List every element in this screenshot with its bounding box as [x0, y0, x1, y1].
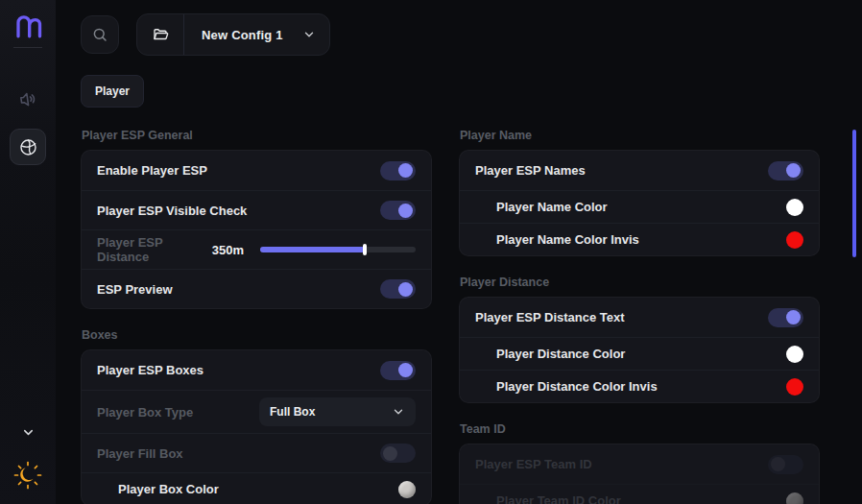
settings-card: Player ESP NamesPlayer Name ColorPlayer … [459, 150, 820, 256]
dropdown-player-box-type[interactable]: Full Box [259, 397, 416, 426]
section-boxes: BoxesPlayer ESP BoxesPlayer Box TypeFull… [81, 328, 432, 504]
setting-row-player-name-color: Player Name Color [460, 190, 819, 223]
dropdown-value: Full Box [270, 405, 315, 419]
row-label: Player ESP Distance Text [475, 310, 625, 324]
setting-row-player-esp-visible-check: Player ESP Visible Check [82, 190, 431, 229]
setting-row-player-esp-names: Player ESP Names [460, 151, 819, 190]
toggle-knob [786, 163, 801, 178]
section-player-esp-general: Player ESP GeneralEnable Player ESPPlaye… [81, 129, 432, 309]
color-swatch-player-name-color-invis[interactable] [786, 231, 803, 249]
settings-column-right: Player NamePlayer ESP NamesPlayer Name C… [459, 129, 820, 504]
color-swatch-player-name-color[interactable] [786, 199, 803, 216]
search-button[interactable] [81, 15, 119, 54]
toggle-knob [383, 446, 397, 461]
setting-row-esp-preview: ESP Preview [82, 269, 431, 308]
toggle-knob [398, 163, 413, 178]
slider-track[interactable] [260, 247, 416, 252]
toggle-player-esp-names[interactable] [768, 161, 803, 180]
toggle-knob [771, 457, 785, 471]
settings-card: Player ESP Team IDPlayer Team ID Color [459, 444, 820, 504]
color-swatch-player-distance-color-invis[interactable] [786, 378, 803, 396]
section-title: Player Name [460, 129, 820, 142]
row-label: Enable Player ESP [97, 163, 207, 178]
row-label: Player ESP Team ID [475, 457, 592, 471]
search-icon [91, 26, 108, 43]
toggle-knob [398, 282, 413, 297]
chevron-down-icon [392, 405, 405, 419]
setting-row-player-esp-distance: Player ESP Distance350m [82, 229, 431, 269]
topbar: New Config 1 [81, 13, 820, 56]
setting-row-player-distance-color: Player Distance Color [460, 337, 819, 370]
setting-row-player-fill-box: Player Fill Box [82, 433, 431, 472]
chevron-down-icon [302, 28, 329, 41]
row-label: Player ESP Boxes [97, 363, 204, 377]
setting-row-player-esp-boxes: Player ESP Boxes [82, 350, 431, 390]
section-title: Player Distance [460, 276, 820, 289]
setting-row-player-name-color-invis: Player Name Color Invis [460, 223, 819, 255]
section-team-id: Team IDPlayer ESP Team IDPlayer Team ID … [459, 422, 820, 504]
row-label: Player Box Type [97, 405, 193, 420]
setting-row-player-box-color: Player Box Color [82, 472, 431, 504]
speaker-icon[interactable] [16, 87, 40, 111]
setting-row-player-esp-team-id: Player ESP Team ID [460, 444, 819, 484]
row-label: ESP Preview [97, 282, 173, 297]
setting-row-player-esp-distance-text: Player ESP Distance Text [460, 298, 819, 337]
setting-row-player-box-type: Player Box TypeFull Box [82, 390, 431, 433]
settings-card: Enable Player ESPPlayer ESP Visible Chec… [81, 150, 432, 309]
row-label: Player ESP Visible Check [97, 204, 247, 218]
row-label: Player ESP Names [475, 163, 586, 178]
row-label: Player Box Color [97, 482, 219, 496]
settings-column-left: Player ESP GeneralEnable Player ESPPlaye… [81, 129, 432, 504]
color-swatch-player-team-id-color[interactable] [786, 492, 803, 504]
color-swatch-player-distance-color[interactable] [786, 346, 803, 363]
section-title: Player ESP General [82, 129, 432, 142]
toggle-knob [398, 363, 413, 377]
sidebar [0, 0, 56, 504]
row-label: Player Distance Color [475, 347, 625, 361]
setting-row-player-distance-color-invis: Player Distance Color Invis [460, 370, 819, 402]
folder-open-icon [137, 14, 184, 55]
row-label: Player Name Color Invis [475, 232, 639, 247]
toggle-player-esp-team-id[interactable] [768, 455, 803, 474]
moon-sun-icon[interactable] [12, 460, 43, 491]
toggle-player-esp-boxes[interactable] [380, 361, 416, 380]
toggle-player-esp-visible-check[interactable] [380, 201, 416, 220]
app-logo-icon [13, 12, 42, 40]
config-selector[interactable]: New Config 1 [136, 13, 330, 56]
slider-thumb[interactable] [363, 244, 367, 255]
section-player-distance: Player DistancePlayer ESP Distance TextP… [459, 276, 820, 403]
toggle-enable-player-esp[interactable] [380, 161, 416, 180]
scrollbar-thumb[interactable] [852, 130, 856, 257]
toggle-knob [398, 204, 413, 218]
color-swatch-player-box-color[interactable] [398, 481, 416, 498]
config-name: New Config 1 [184, 28, 302, 42]
tab-player[interactable]: Player [81, 75, 144, 108]
toggle-player-fill-box[interactable] [380, 444, 416, 463]
row-label: Player Distance Color Invis [475, 379, 658, 394]
main-content: New Config 1 Player Player ESP GeneralEn… [56, 0, 862, 504]
sidebar-divider [13, 47, 42, 48]
settings-card: Player ESP Distance TextPlayer Distance … [459, 297, 820, 403]
settings-card: Player ESP BoxesPlayer Box TypeFull BoxP… [81, 349, 432, 504]
section-player-name: Player NamePlayer ESP NamesPlayer Name C… [459, 129, 820, 256]
chevron-down-icon[interactable] [17, 421, 38, 443]
slider-player-esp-distance: 350m [212, 243, 416, 257]
setting-row-enable-player-esp: Enable Player ESP [82, 151, 431, 190]
section-title: Boxes [82, 328, 432, 342]
slider-fill [260, 247, 365, 252]
row-label: Player Name Color [475, 200, 608, 214]
row-label: Player ESP Distance [97, 235, 212, 264]
toggle-player-esp-distance-text[interactable] [768, 308, 803, 327]
sidebar-item-visuals[interactable] [10, 129, 46, 165]
settings-grid: Player ESP GeneralEnable Player ESPPlaye… [81, 129, 820, 504]
setting-row-player-team-id-color: Player Team ID Color [460, 484, 819, 504]
row-label: Player Team ID Color [475, 493, 621, 504]
slider-value: 350m [212, 243, 244, 257]
toggle-knob [786, 310, 801, 324]
toggle-esp-preview[interactable] [380, 279, 416, 299]
globe-icon [18, 137, 38, 157]
section-title: Team ID [460, 422, 820, 436]
row-label: Player Fill Box [97, 446, 183, 461]
